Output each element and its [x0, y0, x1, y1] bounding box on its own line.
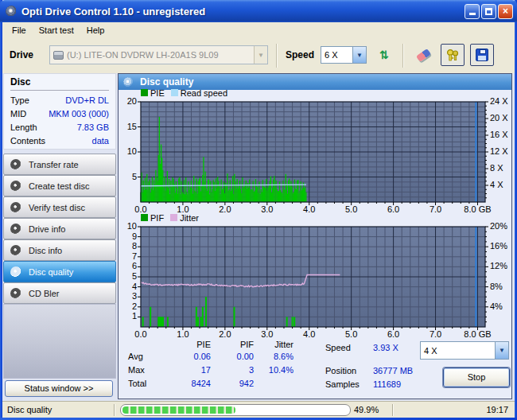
speed-stat-label: Speed: [325, 343, 351, 352]
y-tick-label: 15: [119, 122, 137, 132]
toolbar: Drive (U:) LITE-ON DVDRW LH-20A1S 9L09 ▼…: [2, 37, 515, 73]
y2-tick-label: 4%: [490, 301, 514, 312]
keys-icon: [445, 49, 461, 62]
maximize-button[interactable]: [481, 4, 496, 19]
close-button[interactable]: ×: [498, 4, 513, 19]
disc-info-row: Contentsdata: [10, 134, 109, 148]
status-bar: Disc quality 49.9% 19:17: [2, 401, 515, 418]
pie-chart-legend: PIERead speed: [141, 88, 234, 97]
disc-icon: [123, 77, 134, 88]
test-speed-select[interactable]: 4 X ▼: [420, 341, 509, 360]
sidebar-item-disc-info[interactable]: Disc info: [3, 239, 116, 261]
stats-header-pie: PIE: [163, 340, 211, 349]
y2-tick-label: 20%: [490, 221, 514, 231]
sidebar-item-drive-info[interactable]: Drive info: [3, 218, 116, 239]
app-icon: [6, 6, 17, 18]
disc-mid-value: MKM 003 (000): [49, 107, 109, 121]
disc-panel-title: Disc: [10, 76, 109, 88]
register-button[interactable]: [441, 44, 465, 66]
stats-avg-pie: 0.06: [163, 352, 211, 361]
y2-tick-label: 12%: [490, 261, 514, 271]
position-stat-label: Position: [325, 366, 356, 375]
disc-icon: [10, 181, 21, 192]
drive-icon: [53, 51, 64, 60]
speed-select[interactable]: 6 X ▼: [321, 46, 367, 64]
refresh-drives-button[interactable]: ⇅: [372, 44, 396, 66]
floppy-icon: [476, 49, 488, 61]
y2-tick-label: 16 X: [490, 130, 514, 140]
disc-info-row: MIDMKM 003 (000): [10, 107, 109, 121]
legend-label: PIF: [150, 213, 164, 223]
minimize-button[interactable]: [465, 4, 480, 19]
position-stat-value: 36777 MB: [373, 366, 413, 375]
progress-percent: 49.9%: [354, 405, 392, 414]
stats-total-pie: 8424: [163, 379, 211, 388]
title-bar: Opti Drive Control 1.10 - unregistered ×: [0, 0, 517, 22]
disc-type-value: DVD+R DL: [65, 94, 109, 107]
y2-tick-label: 16%: [490, 241, 514, 251]
stop-button[interactable]: Stop: [443, 368, 510, 387]
disc-mid-label: MID: [10, 107, 26, 121]
toolbar-separator: [402, 44, 404, 68]
read-speed-legend-swatch: [171, 89, 178, 96]
pif-jitter-chart: PIFJitter 12345678910 4%8%12%16%20% 0.01…: [119, 213, 511, 340]
y-tick-label: 5: [119, 172, 137, 182]
legend-label: PIE: [150, 88, 165, 98]
progress-fill: [122, 406, 235, 414]
sidebar-item-label: Verify test disc: [29, 203, 85, 212]
statusbar-time: 19:17: [394, 405, 515, 414]
pie-read-speed-plot: [136, 97, 490, 208]
eraser-icon: [415, 48, 430, 61]
y2-tick-label: 12 X: [490, 146, 514, 157]
y-tick-label: 4: [119, 282, 137, 292]
statusbar-mode: Disc quality: [2, 405, 114, 414]
sidebar-item-label: Disc quality: [29, 267, 73, 277]
legend-label: Read speed: [181, 88, 227, 98]
status-window-button[interactable]: Status window >>: [5, 380, 113, 397]
pif-jitter-plot: [136, 222, 490, 333]
menu-bar: File Start test Help: [2, 22, 515, 37]
disc-icon: [10, 245, 21, 256]
test-speed-select-value: 4 X: [421, 346, 495, 356]
sidebar-item-transfer-rate[interactable]: Transfer rate: [3, 154, 116, 175]
statusbar-separator: [114, 404, 115, 416]
y-tick-label: 20: [119, 96, 137, 107]
y2-tick-label: 20 X: [490, 113, 514, 123]
refresh-icon: ⇅: [379, 49, 389, 61]
stats-max-jitter: 10.4%: [246, 365, 293, 375]
sidebar-item-label: Disc info: [29, 246, 62, 255]
toolbar-separator: [276, 44, 278, 68]
disc-info-panel: Disc TypeDVD+R DL MIDMKM 003 (000) Lengt…: [3, 73, 116, 150]
sidebar-item-disc-quality[interactable]: Disc quality: [3, 261, 116, 282]
y-tick-label: 1: [119, 311, 137, 321]
save-button[interactable]: [470, 44, 494, 66]
drive-select[interactable]: (U:) LITE-ON DVDRW LH-20A1S 9L09 ▼: [49, 45, 268, 64]
sidebar-item-cd-bler[interactable]: CD Bler: [3, 282, 116, 304]
y-tick-label: 9: [119, 231, 137, 242]
pie-legend-swatch: [141, 89, 148, 96]
maximize-icon: [485, 8, 492, 15]
y-tick-label: 6: [119, 261, 137, 271]
y-tick-label: 8: [119, 241, 137, 251]
sidebar-filler: [3, 304, 116, 379]
menu-help[interactable]: Help: [80, 24, 111, 37]
main-panel-title: Disc quality: [140, 76, 193, 88]
sidebar-item-create-test-disc[interactable]: Create test disc: [3, 175, 116, 196]
y-tick-label: 10: [119, 221, 137, 231]
main-panel-header: Disc quality: [119, 74, 511, 90]
menu-file[interactable]: File: [6, 24, 33, 37]
y-tick-label: 10: [119, 146, 137, 157]
y-tick-label: 3: [119, 291, 137, 301]
samples-stat-label: Samples: [325, 379, 360, 389]
disc-length-label: Length: [10, 121, 37, 134]
disc-icon: [10, 288, 21, 299]
menu-start-test[interactable]: Start test: [33, 24, 80, 37]
progress-bar: [120, 404, 351, 416]
erase-disc-button[interactable]: [411, 44, 435, 66]
sidebar-item-verify-test-disc[interactable]: Verify test disc: [3, 196, 116, 218]
main-panel: Disc quality PIERead speed 5101520 4 X8 …: [118, 73, 512, 399]
y-tick-label: 5: [119, 271, 137, 282]
minimize-icon: [469, 13, 476, 15]
disc-length-value: 7.83 GB: [77, 121, 109, 134]
speed-stat-value: 3.93 X: [373, 343, 398, 352]
